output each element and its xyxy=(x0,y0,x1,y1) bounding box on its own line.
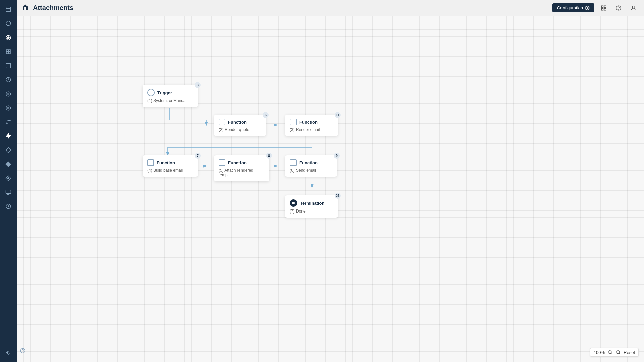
svg-point-14 xyxy=(6,106,11,110)
term-subtitle: (7) Done xyxy=(290,209,333,214)
sidebar-settings-circle-icon[interactable] xyxy=(2,102,14,114)
fn2-header: Function xyxy=(219,119,261,125)
fn3-title: Function xyxy=(299,120,318,125)
fn4-badge: 7 xyxy=(195,153,201,159)
header: Attachments Configuration xyxy=(17,0,644,16)
workflow-canvas[interactable]: 3 Trigger (1) System; onManual 6 Functio… xyxy=(17,16,644,362)
fn5-header: Function xyxy=(219,159,265,166)
trigger-node[interactable]: 3 Trigger (1) System; onManual xyxy=(143,85,198,107)
svg-rect-0 xyxy=(6,7,11,12)
svg-point-22 xyxy=(8,178,9,179)
fn3-icon xyxy=(290,119,297,125)
home-icon[interactable] xyxy=(22,4,29,12)
fn6-badge: 9 xyxy=(334,153,340,159)
trigger-title: Trigger xyxy=(157,90,172,95)
zoom-bar: 100% Reset xyxy=(590,348,639,357)
sidebar-x-circle-icon[interactable] xyxy=(2,88,14,100)
trigger-header: Trigger xyxy=(147,89,193,96)
svg-rect-9 xyxy=(6,63,11,68)
fn5-title: Function xyxy=(228,160,247,165)
svg-point-15 xyxy=(8,107,9,109)
svg-marker-20 xyxy=(6,162,11,167)
sidebar-diamond1-icon[interactable] xyxy=(2,144,14,156)
fn3-header: Function xyxy=(290,119,333,125)
svg-point-36 xyxy=(619,9,619,9)
grid-icon-button[interactable] xyxy=(598,3,609,13)
zoom-in-button[interactable] xyxy=(615,350,621,355)
trigger-subtitle: (1) System; onManual xyxy=(147,98,193,103)
svg-marker-19 xyxy=(6,148,11,153)
termination-node[interactable]: 21 Termination (7) Done xyxy=(285,195,338,218)
help-circle-button[interactable] xyxy=(613,3,624,13)
sidebar-diamond3-icon[interactable] xyxy=(2,172,14,184)
sidebar-gear-icon[interactable] xyxy=(2,200,14,213)
function-4-node[interactable]: 7 Function (4) Build base email xyxy=(143,155,198,177)
sidebar-bolt-icon[interactable] xyxy=(2,130,14,142)
config-label: Configuration xyxy=(557,5,583,10)
svg-rect-8 xyxy=(9,52,10,54)
svg-rect-32 xyxy=(604,6,606,7)
fn2-badge: 6 xyxy=(263,112,269,118)
svg-rect-5 xyxy=(6,50,8,51)
sidebar-monitor-icon[interactable] xyxy=(2,186,14,198)
term-icon xyxy=(290,199,297,207)
fn2-icon xyxy=(219,119,225,125)
user-button[interactable] xyxy=(628,3,639,13)
fn5-icon xyxy=(219,159,225,166)
svg-point-30 xyxy=(587,7,588,9)
main-area: Attachments Configuration xyxy=(17,0,644,362)
trigger-icon xyxy=(147,89,155,96)
svg-line-28 xyxy=(9,353,10,354)
term-header: Termination xyxy=(290,199,333,207)
sidebar-route-icon[interactable] xyxy=(2,116,14,128)
svg-rect-33 xyxy=(601,8,603,10)
term-badge: 21 xyxy=(335,193,341,199)
sidebar-clock-icon[interactable] xyxy=(2,74,14,86)
fn6-subtitle: (6) Send email xyxy=(290,168,332,173)
fn3-badge: 11 xyxy=(335,112,341,118)
svg-rect-31 xyxy=(601,6,603,7)
fn4-header: Function xyxy=(147,159,193,166)
fn6-title: Function xyxy=(299,160,318,165)
zoom-reset-button[interactable]: Reset xyxy=(624,350,635,355)
zoom-level: 100% xyxy=(594,350,605,355)
svg-rect-7 xyxy=(6,52,8,54)
sidebar-layout-icon[interactable] xyxy=(2,3,14,15)
svg-rect-34 xyxy=(604,8,606,10)
function-5-node[interactable]: 8 Function (5) Attach rendered temp... xyxy=(214,155,269,181)
page-title: Attachments xyxy=(33,4,73,12)
fn4-icon xyxy=(147,159,154,166)
svg-line-49 xyxy=(619,353,620,354)
sidebar-bug-icon[interactable] xyxy=(2,347,14,359)
arrows-overlay xyxy=(17,16,644,362)
function-2-node[interactable]: 6 Function (2) Render quote xyxy=(214,115,266,136)
fn5-subtitle: (5) Attach rendered temp... xyxy=(219,168,265,177)
svg-point-2 xyxy=(6,21,11,26)
svg-line-45 xyxy=(611,353,612,354)
sidebar-diamond2-icon[interactable] xyxy=(2,158,14,170)
configuration-button[interactable]: Configuration xyxy=(552,3,594,12)
svg-line-27 xyxy=(7,353,8,354)
fn6-icon xyxy=(290,159,297,166)
function-3-node[interactable]: 11 Function (3) Render email xyxy=(285,115,338,136)
svg-rect-6 xyxy=(9,50,10,51)
sidebar-circle-icon[interactable] xyxy=(2,17,14,29)
sidebar-record-icon[interactable] xyxy=(2,32,14,44)
fn3-subtitle: (3) Render email xyxy=(290,127,333,132)
fn2-title: Function xyxy=(228,120,247,125)
svg-marker-18 xyxy=(6,134,11,139)
fn4-title: Function xyxy=(157,160,175,165)
svg-rect-23 xyxy=(6,190,11,194)
sidebar xyxy=(0,0,17,362)
sidebar-layers-icon[interactable] xyxy=(2,46,14,58)
fn2-subtitle: (2) Render quote xyxy=(219,127,261,132)
svg-point-37 xyxy=(632,6,634,8)
function-6-node[interactable]: 9 Function (6) Send email xyxy=(285,155,337,177)
zoom-out-button[interactable] xyxy=(607,350,613,355)
svg-point-51 xyxy=(23,352,23,352)
fn4-subtitle: (4) Build base email xyxy=(147,168,193,173)
sidebar-square-icon[interactable] xyxy=(2,60,14,72)
svg-point-16 xyxy=(6,123,7,124)
fn6-header: Function xyxy=(290,159,332,166)
help-button[interactable] xyxy=(17,345,29,357)
